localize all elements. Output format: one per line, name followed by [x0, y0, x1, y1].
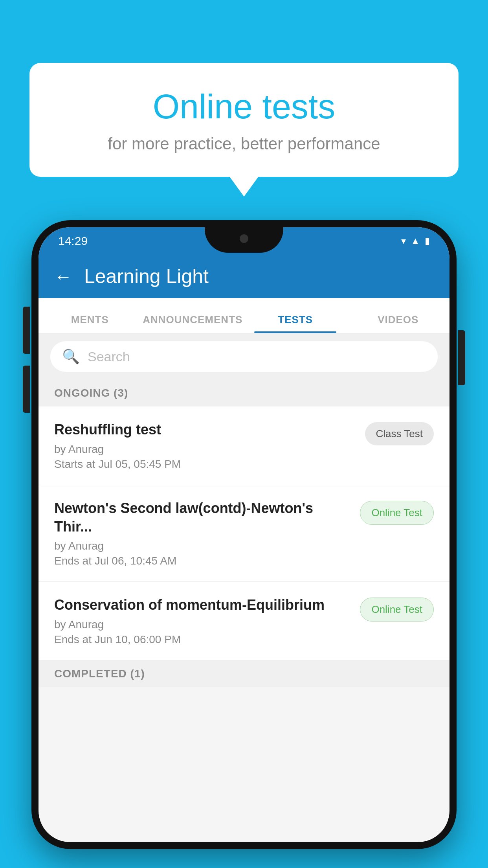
test-item-2[interactable]: Newton's Second law(contd)-Newton's Thir…: [39, 485, 449, 582]
test-info-2: Newton's Second law(contd)-Newton's Thir…: [54, 499, 352, 568]
back-button[interactable]: ←: [54, 266, 72, 287]
test-item-3[interactable]: Conservation of momentum-Equilibrium by …: [39, 582, 449, 660]
tabs-bar: MENTS ANNOUNCEMENTS TESTS VIDEOS: [39, 298, 449, 333]
tab-announcements[interactable]: ANNOUNCEMENTS: [141, 314, 244, 333]
test-by-2: by Anurag: [54, 540, 352, 552]
speech-bubble-container: Online tests for more practice, better p…: [29, 63, 459, 177]
test-date-1: Starts at Jul 05, 05:45 PM: [54, 458, 357, 471]
completed-section-header: COMPLETED (1): [39, 660, 449, 687]
status-bar: 14:29 ▾ ▲ ▮: [39, 227, 449, 255]
signal-icon: ▲: [411, 235, 420, 246]
test-date-2: Ends at Jul 06, 10:45 AM: [54, 555, 352, 567]
test-list: Reshuffling test by Anurag Starts at Jul…: [39, 406, 449, 660]
search-input-placeholder[interactable]: Search: [88, 349, 130, 364]
speech-bubble-title: Online tests: [61, 86, 427, 127]
test-name-1: Reshuffling test: [54, 421, 357, 439]
speech-bubble: Online tests for more practice, better p…: [29, 63, 459, 177]
tab-videos[interactable]: VIDEOS: [347, 314, 450, 333]
speech-bubble-subtitle: for more practice, better performance: [61, 134, 427, 153]
test-info-3: Conservation of momentum-Equilibrium by …: [54, 596, 352, 646]
ongoing-section-header: ONGOING (3): [39, 380, 449, 406]
phone-screen: 14:29 ▾ ▲ ▮ ← Learning Light MENTS A: [39, 227, 449, 842]
test-name-2: Newton's Second law(contd)-Newton's Thir…: [54, 499, 352, 536]
app-title: Learning Light: [84, 265, 209, 288]
test-date-3: Ends at Jun 10, 06:00 PM: [54, 633, 352, 646]
search-container: 🔍 Search: [39, 333, 449, 380]
test-by-3: by Anurag: [54, 618, 352, 631]
status-time: 14:29: [58, 234, 88, 248]
test-badge-3: Online Test: [360, 598, 434, 622]
test-badge-1: Class Test: [365, 422, 434, 445]
phone-outer: 14:29 ▾ ▲ ▮ ← Learning Light MENTS A: [31, 220, 457, 849]
test-badge-2: Online Test: [360, 501, 434, 525]
wifi-icon: ▾: [401, 235, 406, 246]
camera-dot: [240, 234, 248, 243]
test-info-1: Reshuffling test by Anurag Starts at Jul…: [54, 421, 357, 471]
test-by-1: by Anurag: [54, 443, 357, 456]
test-name-3: Conservation of momentum-Equilibrium: [54, 596, 352, 614]
status-icons: ▾ ▲ ▮: [401, 235, 430, 246]
tab-tests[interactable]: TESTS: [244, 314, 347, 333]
app-header: ← Learning Light: [39, 255, 449, 298]
tab-ments[interactable]: MENTS: [39, 314, 141, 333]
search-icon: 🔍: [62, 348, 80, 365]
test-item-1[interactable]: Reshuffling test by Anurag Starts at Jul…: [39, 406, 449, 485]
battery-icon: ▮: [425, 235, 430, 246]
phone-wrapper: 14:29 ▾ ▲ ▮ ← Learning Light MENTS A: [31, 220, 457, 868]
search-bar[interactable]: 🔍 Search: [50, 341, 438, 372]
